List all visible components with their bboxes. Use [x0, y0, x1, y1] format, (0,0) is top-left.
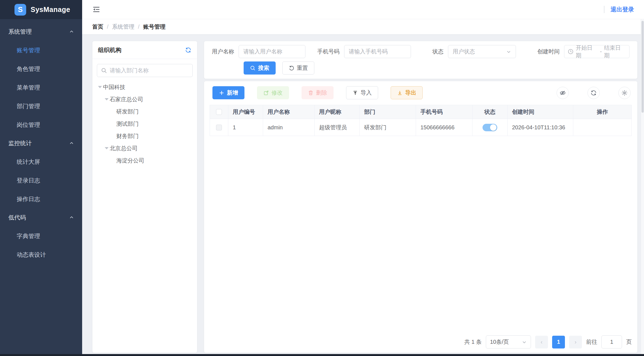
- sidebar-item-post-mgmt[interactable]: 岗位管理: [0, 115, 82, 134]
- table-row: 1 admin 超级管理员 研发部门 15066666666 2026-04-1…: [210, 119, 631, 136]
- download-icon: [397, 90, 403, 96]
- col-nickname: 用户昵称: [315, 105, 360, 119]
- search-icon: [101, 68, 107, 73]
- right-column: 用户名称 手机号码 状态 用户状态 创建时间: [204, 41, 637, 353]
- edit-button[interactable]: 修改: [257, 86, 289, 99]
- page-size-value: 10条/页: [490, 338, 509, 346]
- search-icon: [250, 65, 256, 71]
- tree-node[interactable]: 财务部门: [92, 130, 197, 142]
- scrollbar-thumb[interactable]: [641, 21, 644, 113]
- tree-node[interactable]: 测试部门: [92, 118, 197, 130]
- tree-node-label: 研发部门: [116, 108, 139, 115]
- nav-group-system[interactable]: 系统管理: [0, 23, 82, 41]
- goto-page-input[interactable]: [601, 335, 622, 348]
- page-size-select[interactable]: 10条/页: [486, 335, 531, 348]
- caret-down-icon[interactable]: [104, 147, 110, 149]
- sidebar-item-login-log[interactable]: 登录日志: [0, 171, 82, 190]
- edit-icon: [263, 90, 269, 96]
- reset-icon: [289, 65, 294, 71]
- breadcrumb: 首页 / 系统管理 / 账号管理: [82, 19, 644, 34]
- topbar: 退出登录: [82, 0, 644, 19]
- username-label: 用户名称: [212, 48, 234, 55]
- prev-page-button[interactable]: ‹: [535, 336, 548, 348]
- sidebar-item-account-mgmt[interactable]: 账号管理: [0, 41, 82, 60]
- export-button-label: 导出: [405, 89, 416, 97]
- hide-search-button[interactable]: [557, 87, 569, 99]
- date-separator: -: [600, 48, 602, 55]
- sidebar-item-dict-mgmt[interactable]: 字典管理: [0, 227, 82, 245]
- refresh-table-button[interactable]: [587, 87, 600, 99]
- chevron-down-icon: [522, 340, 527, 345]
- search-button[interactable]: 搜索: [244, 61, 276, 75]
- tree-node-label: 北京总公司: [110, 145, 138, 152]
- col-user-id: 用户编号: [228, 105, 263, 119]
- upload-icon: [352, 90, 358, 96]
- org-refresh-icon[interactable]: [185, 47, 192, 53]
- caret-down-icon[interactable]: [104, 98, 110, 100]
- col-username: 用户名称: [263, 105, 315, 119]
- tree-node-label: 石家庄总公司: [110, 96, 143, 103]
- org-panel-title: 组织机构: [98, 46, 185, 54]
- table-header-row: 用户编号 用户名称 用户昵称 部门 手机号码 状态 创建时间 操作: [210, 105, 631, 119]
- row-checkbox[interactable]: [216, 125, 222, 130]
- date-start-placeholder: 开始日期: [576, 44, 598, 59]
- page-scrollbar[interactable]: [641, 19, 644, 354]
- tree-node[interactable]: 研发部门: [92, 105, 197, 118]
- sidebar-item-dept-mgmt[interactable]: 部门管理: [0, 97, 82, 115]
- dept-search-input[interactable]: [110, 67, 188, 74]
- nav-group-lowcode[interactable]: 低代码: [0, 208, 82, 227]
- sidebar-item-dynamic-table[interactable]: 动态表设计: [0, 245, 82, 264]
- edit-button-label: 修改: [271, 89, 283, 97]
- nav-group-label: 监控统计: [8, 139, 32, 147]
- delete-button[interactable]: 删除: [302, 86, 334, 99]
- select-all-checkbox[interactable]: [216, 109, 222, 115]
- pagination-total: 共 1 条: [464, 338, 482, 346]
- toolbar: 新增 修改 删除 导入: [212, 86, 631, 99]
- nav-group-label: 系统管理: [8, 28, 32, 36]
- tree-node[interactable]: 北京总公司: [92, 142, 197, 154]
- org-panel: 组织机构: [92, 41, 197, 353]
- logout-button[interactable]: 退出登录: [611, 6, 634, 13]
- status-select[interactable]: 用户状态: [448, 45, 516, 58]
- tree-node-root[interactable]: 中国科技: [92, 81, 197, 93]
- app-logo: S: [14, 4, 26, 16]
- current-page-button[interactable]: 1: [552, 336, 565, 348]
- status-toggle[interactable]: [483, 124, 497, 131]
- sidebar-item-menu-mgmt[interactable]: 菜单管理: [0, 78, 82, 97]
- user-table: 用户编号 用户名称 用户昵称 部门 手机号码 状态 创建时间 操作 1: [210, 105, 632, 136]
- username-input[interactable]: [239, 45, 305, 58]
- topbar-divider: [604, 6, 604, 13]
- breadcrumb-home[interactable]: 首页: [92, 23, 103, 31]
- sidebar-item-op-log[interactable]: 操作日志: [0, 190, 82, 208]
- date-range-picker[interactable]: 开始日期 - 结束日期: [564, 45, 630, 58]
- sidebar-item-stat-screen[interactable]: 统计大屏: [0, 152, 82, 171]
- tree-node-label: 测试部门: [116, 120, 139, 128]
- sidebar-fold-icon[interactable]: [92, 5, 101, 14]
- tree-node[interactable]: 海淀分公司: [92, 154, 197, 167]
- logo-bar: S SysManage: [0, 0, 82, 19]
- pagination: 共 1 条 10条/页 ‹ 1 › 前往 页: [464, 335, 632, 348]
- nav-group-monitor[interactable]: 监控统计: [0, 134, 82, 152]
- column-settings-button[interactable]: [618, 87, 631, 99]
- page-unit-label: 页: [626, 338, 632, 346]
- sidebar-item-role-mgmt[interactable]: 角色管理: [0, 60, 82, 78]
- phone-label: 手机号码: [317, 48, 340, 55]
- export-button[interactable]: 导出: [391, 86, 423, 99]
- add-button[interactable]: 新增: [212, 86, 244, 99]
- created-label: 创建时间: [537, 48, 560, 55]
- col-department: 部门: [360, 105, 416, 119]
- tree-node-label: 财务部门: [116, 132, 139, 140]
- delete-button-label: 删除: [316, 89, 327, 97]
- org-tree: 中国科技 石家庄总公司 研发部门 测试部门: [92, 79, 197, 167]
- next-page-button[interactable]: ›: [569, 336, 582, 348]
- tree-node[interactable]: 石家庄总公司: [92, 93, 197, 105]
- gear-icon: [621, 90, 628, 96]
- import-button[interactable]: 导入: [346, 86, 378, 99]
- col-actions: 操作: [573, 105, 631, 119]
- breadcrumb-system[interactable]: 系统管理: [112, 23, 134, 31]
- caret-down-icon[interactable]: [97, 86, 103, 88]
- window-bottom-edge: [0, 354, 644, 356]
- reset-button[interactable]: 重置: [282, 61, 314, 75]
- phone-input[interactable]: [344, 45, 411, 58]
- app-window: S SysManage 系统管理 账号管理 角色管理 菜单管理 部门管理 岗位管…: [0, 0, 644, 356]
